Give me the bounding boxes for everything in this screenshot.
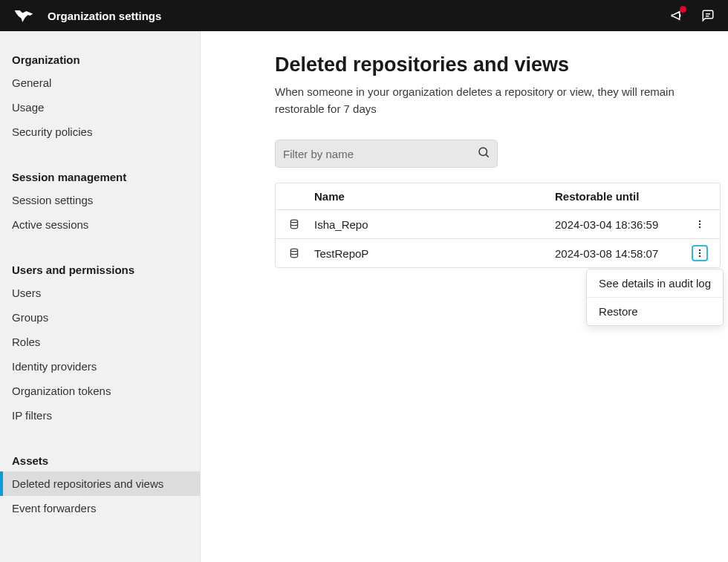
row-actions-button[interactable] (692, 216, 708, 232)
page-description: When someone in your organization delete… (275, 84, 721, 117)
feedback-button[interactable] (701, 9, 715, 22)
topbar-title: Organization settings (48, 10, 161, 22)
column-header-restorable[interactable]: Restorable until (555, 190, 689, 203)
filter-input[interactable] (275, 140, 498, 168)
sidebar-item-organization-tokens[interactable]: Organization tokens (0, 379, 200, 403)
row-name: TestRepoP (314, 247, 555, 260)
sidebar-item-users[interactable]: Users (0, 281, 200, 305)
svg-point-11 (699, 255, 701, 257)
deleted-items-table: Name Restorable until Isha_Repo 2024-03-… (275, 183, 721, 268)
sidebar-item-session-settings[interactable]: Session settings (0, 188, 200, 212)
announcements-button[interactable] (670, 9, 683, 22)
sidebar-section-session-management: Session management Session settings Acti… (0, 165, 200, 237)
layout: Organization General Usage Security poli… (0, 31, 728, 562)
repository-icon (285, 248, 314, 258)
sidebar-item-groups[interactable]: Groups (0, 305, 200, 330)
kebab-icon (695, 248, 705, 258)
app-logo[interactable] (13, 7, 34, 24)
sidebar-section-assets: Assets Deleted repositories and views Ev… (0, 448, 200, 520)
sidebar: Organization General Usage Security poli… (0, 31, 201, 562)
sidebar-section-users-permissions: Users and permissions Users Groups Roles… (0, 258, 200, 428)
main-content: Deleted repositories and views When some… (201, 31, 728, 562)
row-name: Isha_Repo (314, 218, 555, 231)
page-title: Deleted repositories and views (275, 53, 721, 76)
sidebar-item-security-policies[interactable]: Security policies (0, 120, 200, 144)
sidebar-heading: Session management (0, 165, 200, 188)
message-icon (701, 9, 715, 22)
topbar-right (670, 9, 715, 22)
svg-point-4 (290, 220, 297, 223)
row-restorable-until: 2024-03-04 18:36:59 (555, 218, 689, 231)
sidebar-item-event-forwarders[interactable]: Event forwarders (0, 496, 200, 520)
sidebar-item-general[interactable]: General (0, 71, 200, 95)
bird-icon (13, 7, 34, 24)
kebab-icon (695, 219, 705, 229)
svg-point-8 (290, 249, 297, 252)
repository-icon (285, 219, 314, 229)
svg-point-6 (699, 223, 701, 225)
sidebar-item-roles[interactable]: Roles (0, 330, 200, 354)
sidebar-heading: Organization (0, 48, 200, 71)
filter-container (275, 140, 498, 168)
sidebar-heading: Assets (0, 448, 200, 471)
column-header-name[interactable]: Name (314, 190, 555, 203)
sidebar-item-ip-filters[interactable]: IP filters (0, 403, 200, 428)
svg-point-7 (699, 226, 701, 228)
svg-point-5 (699, 220, 701, 222)
row-actions-menu: See details in audit log Restore (586, 269, 724, 326)
sidebar-item-usage[interactable]: Usage (0, 95, 200, 120)
table-row: TestRepoP 2024-03-08 14:58:07 See detail… (276, 239, 720, 267)
table-header: Name Restorable until (276, 183, 720, 210)
sidebar-item-active-sessions[interactable]: Active sessions (0, 212, 200, 237)
sidebar-item-deleted-repositories[interactable]: Deleted repositories and views (0, 471, 200, 496)
row-restorable-until: 2024-03-08 14:58:07 (555, 247, 689, 260)
table-row: Isha_Repo 2024-03-04 18:36:59 (276, 210, 720, 239)
sidebar-item-identity-providers[interactable]: Identity providers (0, 354, 200, 379)
svg-point-9 (699, 249, 701, 251)
svg-point-10 (699, 252, 701, 254)
notification-dot (680, 6, 686, 13)
row-actions-button[interactable] (692, 245, 708, 261)
topbar: Organization settings (0, 0, 728, 31)
sidebar-section-organization: Organization General Usage Security poli… (0, 48, 200, 144)
menu-item-restore[interactable]: Restore (587, 298, 723, 325)
sidebar-heading: Users and permissions (0, 258, 200, 281)
topbar-left: Organization settings (13, 7, 161, 24)
menu-item-audit-log[interactable]: See details in audit log (587, 269, 723, 298)
